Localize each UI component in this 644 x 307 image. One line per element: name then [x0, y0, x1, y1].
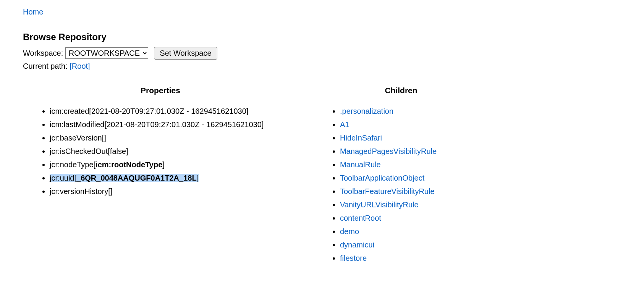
home-link[interactable]: Home — [23, 8, 43, 16]
property-value: _6QR_0048AAQUGF0A1T2A_18L — [76, 174, 197, 182]
child-link[interactable]: filestore — [340, 254, 367, 262]
child-link[interactable]: contentRoot — [340, 214, 381, 222]
property-value: 2021-08-20T09:27:01.030Z - 1629451621030 — [107, 120, 262, 129]
property-item: jcr:versionHistory[] — [50, 186, 298, 197]
child-item: .personalization — [340, 106, 489, 117]
property-item: jcr:baseVersion[] — [50, 132, 298, 144]
child-link[interactable]: .personalization — [340, 107, 393, 115]
child-link[interactable]: VanityURLVisibilityRule — [340, 200, 419, 209]
child-link[interactable]: ToolbarApplicationObject — [340, 174, 424, 182]
child-link[interactable]: ManagedPagesVisibilityRule — [340, 147, 437, 155]
property-value: 2021-08-20T09:27:01.030Z - 1629451621030 — [91, 107, 246, 115]
page-title: Browse Repository — [23, 32, 621, 42]
property-text: jcr:isCheckedOut[false] — [50, 147, 128, 155]
property-text: jcr:baseVersion[] — [50, 134, 106, 142]
property-value: false — [110, 147, 126, 155]
property-item: icm:created[2021-08-20T09:27:01.030Z - 1… — [50, 106, 298, 117]
property-item: jcr:uuid[_6QR_0048AAQUGF0A1T2A_18L] — [50, 173, 298, 184]
child-item: ManagedPagesVisibilityRule — [340, 146, 489, 157]
child-link[interactable]: HideInSafari — [340, 134, 382, 142]
child-item: contentRoot — [340, 213, 489, 224]
child-item: HideInSafari — [340, 132, 489, 144]
property-text: jcr:nodeType[icm:rootNodeType] — [50, 160, 165, 169]
child-item: ManualRule — [340, 159, 489, 170]
child-item: dynamicui — [340, 239, 489, 250]
child-link[interactable]: dynamicui — [340, 241, 374, 249]
properties-list: icm:created[2021-08-20T09:27:01.030Z - 1… — [23, 106, 298, 197]
property-text: jcr:uuid[_6QR_0048AAQUGF0A1T2A_18L] — [50, 174, 199, 182]
child-link[interactable]: A1 — [340, 120, 349, 129]
workspace-label: Workspace: — [23, 49, 63, 57]
child-item: filestore — [340, 253, 489, 264]
property-value: icm:rootNodeType — [95, 160, 162, 169]
children-list: .personalizationA1HideInSafariManagedPag… — [313, 106, 489, 264]
property-text: jcr:versionHistory[] — [50, 187, 112, 196]
children-heading: Children — [313, 86, 489, 95]
child-item: ToolbarFeatureVisibilityRule — [340, 186, 489, 197]
child-link[interactable]: demo — [340, 227, 359, 236]
child-item: ToolbarApplicationObject — [340, 173, 489, 184]
property-text: icm:created[2021-08-20T09:27:01.030Z - 1… — [50, 107, 248, 115]
child-link[interactable]: ManualRule — [340, 160, 381, 169]
set-workspace-button[interactable]: Set Workspace — [154, 47, 217, 60]
property-item: icm:lastModified[2021-08-20T09:27:01.030… — [50, 119, 298, 130]
child-item: demo — [340, 226, 489, 237]
child-item: VanityURLVisibilityRule — [340, 199, 489, 210]
child-link[interactable]: ToolbarFeatureVisibilityRule — [340, 187, 435, 196]
child-item: A1 — [340, 119, 489, 130]
property-item: jcr:isCheckedOut[false] — [50, 146, 298, 157]
property-item: jcr:nodeType[icm:rootNodeType] — [50, 159, 298, 170]
properties-heading: Properties — [23, 86, 298, 95]
current-path-label: Current path: — [23, 62, 68, 70]
current-path-link[interactable]: [Root] — [70, 62, 90, 70]
workspace-select[interactable]: ROOTWORKSPACE — [65, 47, 148, 59]
property-text: icm:lastModified[2021-08-20T09:27:01.030… — [50, 120, 264, 129]
